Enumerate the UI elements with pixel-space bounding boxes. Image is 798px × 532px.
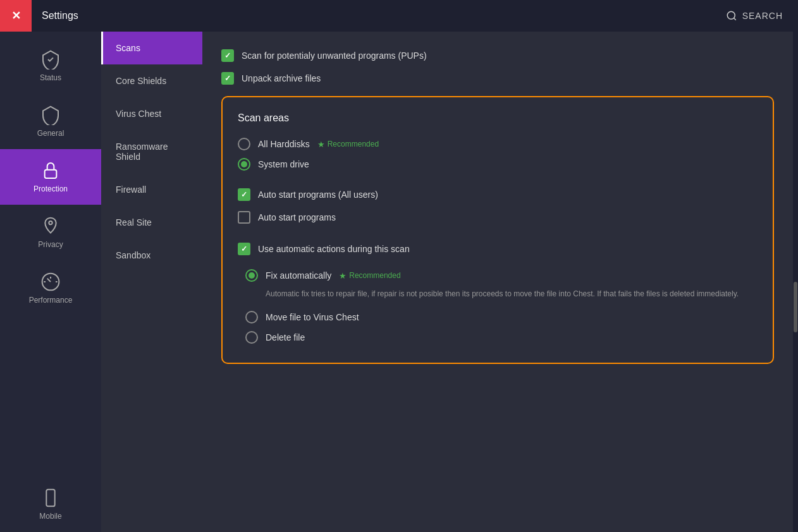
checkbox-auto-start-label: Auto start programs xyxy=(258,212,336,222)
checkbox-auto-start[interactable]: Auto start programs xyxy=(238,206,758,229)
svg-line-1 xyxy=(734,18,735,20)
close-icon: ✕ xyxy=(11,9,21,23)
radio-fix-auto-label: Fix automatically xyxy=(266,270,331,281)
sidebar-item-protection[interactable]: Protection xyxy=(0,149,101,205)
checkbox-automatic-actions[interactable]: ✓ Use automatic actions during this scan xyxy=(238,238,758,260)
recommended-badge-harddisks: ★ Recommended xyxy=(317,140,379,149)
nav-firewall-label: Firewall xyxy=(116,184,146,195)
svg-rect-2 xyxy=(45,170,57,178)
svg-rect-5 xyxy=(46,490,54,507)
radio-system-drive-label: System drive xyxy=(258,159,309,169)
gauge-icon xyxy=(40,272,61,292)
svg-point-0 xyxy=(727,11,735,19)
general-icon xyxy=(40,105,61,125)
checkbox-pups-box[interactable]: ✓ xyxy=(221,49,234,62)
radio-move-chest-outer[interactable] xyxy=(245,311,258,323)
search-icon xyxy=(726,10,737,21)
nav-virus-chest-label: Virus Chest xyxy=(116,109,161,119)
checkbox-auto-start-box[interactable] xyxy=(238,211,250,224)
checkbox-scan-pups[interactable]: ✓ Scan for potentialy unwanted programs … xyxy=(221,44,774,67)
sidebar-performance-label: Performance xyxy=(29,296,73,305)
recommended-badge-fix: ★ Recommended xyxy=(339,271,400,281)
recommended-text-fix: Recommended xyxy=(349,271,400,280)
sidebar-status-label: Status xyxy=(40,73,61,82)
nav-item-firewall[interactable]: Firewall xyxy=(101,173,202,206)
nav-middle: Scans Core Shields Virus Chest Ransomwar… xyxy=(101,32,202,532)
radio-delete-label: Delete file xyxy=(266,332,305,342)
radio-fix-auto-inner xyxy=(249,272,255,279)
header: ✕ Settings SEARCH xyxy=(0,0,798,32)
nav-sandbox-label: Sandbox xyxy=(116,250,150,260)
checkbox-archives-box[interactable]: ✓ xyxy=(221,72,234,85)
nav-item-ransomware-shield[interactable]: Ransomware Shield xyxy=(101,130,202,173)
checkbox-archives-label: Unpack archive files xyxy=(242,73,321,83)
radio-fix-automatically[interactable]: Fix automatically ★ Recommended xyxy=(245,265,758,286)
sidebar-item-mobile[interactable]: Mobile xyxy=(0,476,101,532)
radio-fix-auto-outer[interactable] xyxy=(245,269,258,282)
search-button[interactable]: SEARCH xyxy=(726,10,798,21)
nav-item-core-shields[interactable]: Core Shields xyxy=(101,64,202,97)
settings-title: Settings xyxy=(42,10,78,21)
radio-delete-file[interactable]: Delete file xyxy=(245,327,758,348)
sidebar-bottom: Mobile xyxy=(0,476,101,532)
nav-item-virus-chest[interactable]: Virus Chest xyxy=(101,97,202,130)
fingerprint-icon xyxy=(40,216,61,236)
scan-areas-box: Scan areas All Harddisks ★ Recommended S… xyxy=(221,96,774,364)
checkbox-pups-label: Scan for potentialy unwanted programs (P… xyxy=(242,51,427,61)
scroll-thumb[interactable] xyxy=(794,282,797,332)
star-icon: ★ xyxy=(317,140,325,149)
content-area: ✓ Scan for potentialy unwanted programs … xyxy=(202,32,793,532)
radio-delete-outer[interactable] xyxy=(245,331,258,344)
actions-options: Fix automatically ★ Recommended Automati… xyxy=(245,265,758,348)
radio-move-chest-label: Move file to Virus Chest xyxy=(266,312,359,322)
checkbox-auto-start-all-label: Auto start programs (All users) xyxy=(258,190,378,200)
sidebar-item-general[interactable]: General xyxy=(0,94,101,149)
checkbox-unpack-archives[interactable]: ✓ Unpack archive files xyxy=(221,67,774,90)
radio-system-drive-inner xyxy=(241,161,247,167)
radio-all-harddisks[interactable]: All Harddisks ★ Recommended xyxy=(238,134,758,154)
nav-ransomware-label: Ransomware Shield xyxy=(116,142,168,162)
sidebar-item-status[interactable]: Status xyxy=(0,38,101,94)
radio-move-to-chest[interactable]: Move file to Virus Chest xyxy=(245,307,758,327)
checkbox-auto-actions-box[interactable]: ✓ xyxy=(238,243,250,255)
sidebar-item-performance[interactable]: Performance xyxy=(0,260,101,316)
nav-core-shields-label: Core Shields xyxy=(116,76,166,86)
sidebar-privacy-label: Privacy xyxy=(38,240,63,249)
lock-icon xyxy=(40,160,61,181)
nav-item-real-site[interactable]: Real Site xyxy=(101,206,202,239)
close-button[interactable]: ✕ xyxy=(0,0,32,32)
nav-real-site-label: Real Site xyxy=(116,217,152,227)
star-icon-fix: ★ xyxy=(339,271,347,281)
mobile-icon xyxy=(40,488,61,508)
search-label: SEARCH xyxy=(742,11,783,21)
radio-system-drive[interactable]: System drive xyxy=(238,154,758,174)
nav-item-sandbox[interactable]: Sandbox xyxy=(101,239,202,272)
sidebar-protection-label: Protection xyxy=(34,184,68,193)
shield-icon xyxy=(40,49,61,70)
sidebar-general-label: General xyxy=(37,129,64,138)
scan-areas-title: Scan areas xyxy=(238,112,758,124)
checkbox-auto-actions-label: Use automatic actions during this scan xyxy=(258,244,410,254)
radio-harddisks-label: All Harddisks xyxy=(258,139,310,149)
radio-system-drive-outer[interactable] xyxy=(238,158,250,171)
radio-harddisks-outer[interactable] xyxy=(238,138,250,150)
svg-point-3 xyxy=(49,221,52,224)
sidebar: Status General Protection Privacy xyxy=(0,32,101,532)
scrollbar[interactable] xyxy=(793,32,798,532)
nav-scans-label: Scans xyxy=(116,43,140,53)
recommended-text-harddisks: Recommended xyxy=(328,140,379,148)
nav-item-scans[interactable]: Scans xyxy=(101,32,202,64)
fix-auto-description: Automatic fix tries to repair file, if r… xyxy=(266,288,758,299)
checkbox-auto-start-all-box[interactable]: ✓ xyxy=(238,188,250,201)
sidebar-mobile-label: Mobile xyxy=(39,512,61,521)
checkbox-auto-start-all[interactable]: ✓ Auto start programs (All users) xyxy=(238,183,758,206)
sidebar-item-privacy[interactable]: Privacy xyxy=(0,205,101,260)
main-layout: Status General Protection Privacy xyxy=(0,32,798,532)
